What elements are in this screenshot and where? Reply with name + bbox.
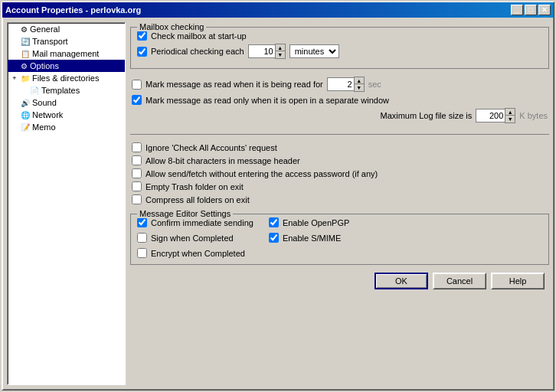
transport-icon: 🔄	[21, 38, 30, 46]
periodical-row: Periodical checking each ▲ ▼ minutes hou…	[137, 44, 542, 59]
sidebar-item-templates[interactable]: 📄 Templates	[8, 84, 125, 96]
dialog-buttons: OK Cancel Help	[130, 270, 549, 294]
ignore-check-checkbox[interactable]	[132, 142, 142, 152]
settings-tree: ⚙ General 🔄 Transport 📋 Mail management …	[7, 22, 126, 385]
sec-label: sec	[368, 80, 381, 89]
max-log-spin-down[interactable]: ▼	[505, 116, 515, 122]
sidebar-item-general[interactable]: ⚙ General	[8, 23, 125, 35]
sidebar-item-memo[interactable]: 📝 Memo	[8, 121, 125, 133]
periodical-unit-select[interactable]: minutes hours	[289, 44, 339, 58]
allow-send-checkbox[interactable]	[132, 168, 142, 178]
sign-completed-checkbox[interactable]	[137, 233, 147, 243]
message-editor-group: Message Editor Settings Confirm immediat…	[130, 214, 549, 265]
network-icon: 🌐	[21, 111, 30, 119]
misc-checkbox-4: Compress all folders on exit	[132, 194, 548, 204]
periodical-checkbox[interactable]	[137, 47, 147, 57]
enable-smime-checkbox[interactable]	[269, 233, 279, 243]
compress-folders-checkbox[interactable]	[132, 194, 142, 204]
sidebar-item-label: Options	[30, 61, 59, 70]
mark-separate-checkbox[interactable]	[132, 95, 142, 105]
enable-openpgp-row: Enable OpenPGP	[269, 217, 349, 227]
cancel-button[interactable]: Cancel	[433, 273, 486, 289]
templates-icon: 📄	[30, 87, 39, 95]
confirm-sending-checkbox[interactable]	[137, 217, 147, 227]
max-log-spin-up[interactable]: ▲	[505, 109, 515, 116]
mark-read-checkbox[interactable]	[132, 80, 142, 90]
message-editor-left-checks: Confirm immediate sending Sign when Comp…	[137, 217, 253, 258]
minimize-button[interactable]: _	[511, 5, 523, 15]
enable-smime-label: Enable S/MIME	[283, 234, 341, 243]
files-icon: 📁	[21, 74, 30, 83]
max-log-value-input[interactable]	[476, 109, 505, 122]
enable-openpgp-checkbox[interactable]	[269, 217, 279, 227]
enable-smime-row: Enable S/MIME	[269, 233, 349, 243]
mark-separate-label: Mark message as read only when it is ope…	[146, 96, 389, 105]
sidebar-item-label: Memo	[32, 122, 56, 132]
mailbox-group-label: Mailbox checking	[137, 22, 206, 31]
misc-checkbox-3: Empty Trash folder on exit	[132, 181, 548, 191]
max-log-label: Maximum Log file size is	[380, 111, 472, 120]
compress-folders-label: Compress all folders on exit	[146, 195, 250, 204]
close-button[interactable]: ✕	[538, 5, 551, 15]
help-button[interactable]: Help	[491, 273, 545, 289]
misc-checkbox-2: Allow send/fetch without entering the ac…	[132, 168, 548, 178]
misc-options-section: Ignore 'Check All Accounts' request Allo…	[130, 142, 549, 204]
divider	[130, 134, 549, 135]
memo-icon: 📝	[21, 123, 30, 132]
options-icon: ⚙	[21, 62, 28, 70]
allow-8bit-label: Allow 8-bit characters in message header	[146, 156, 300, 165]
sidebar-item-label: General	[30, 24, 60, 34]
empty-trash-checkbox[interactable]	[132, 181, 142, 191]
enable-openpgp-label: Enable OpenPGP	[283, 218, 349, 227]
window-controls: _ □ ✕	[511, 5, 551, 15]
sidebar-item-label: Transport	[32, 37, 68, 46]
encrypt-completed-row: Encrypt when Completed	[137, 248, 253, 258]
mark-read-spin-up[interactable]: ▲	[355, 77, 364, 84]
periodical-spin-down[interactable]: ▼	[276, 51, 285, 58]
periodical-spin-up[interactable]: ▲	[276, 44, 285, 51]
sign-completed-row: Sign when Completed	[137, 233, 253, 243]
check-startup-row: Check mailbox at start-up	[137, 31, 542, 41]
expand-icon: +	[11, 74, 18, 82]
window-title: Account Properties - perlovka.org	[5, 5, 141, 15]
message-editor-right-checks: Enable OpenPGP Enable S/MIME	[269, 217, 349, 258]
mark-read-spinner: ▲ ▼	[327, 77, 365, 92]
sidebar-item-transport[interactable]: 🔄 Transport	[8, 35, 125, 47]
mailbox-checking-group: Mailbox checking Check mailbox at start-…	[130, 27, 549, 69]
mark-separate-row: Mark message as read only when it is ope…	[132, 95, 548, 105]
title-bar: Account Properties - perlovka.org _ □ ✕	[2, 2, 554, 18]
allow-8bit-checkbox[interactable]	[132, 155, 142, 165]
sidebar-item-label: Mail management	[32, 49, 99, 58]
mark-read-row: Mark message as read when it is being re…	[132, 77, 548, 92]
max-log-spinner-buttons: ▲ ▼	[505, 108, 515, 123]
check-startup-label: Check mailbox at start-up	[151, 31, 247, 41]
general-icon: ⚙	[21, 25, 28, 34]
check-startup-checkbox[interactable]	[137, 31, 147, 41]
sidebar-item-label: Files & directories	[32, 74, 99, 83]
periodical-label: Periodical checking each	[151, 47, 244, 56]
max-log-spinner: ▲ ▼	[476, 108, 515, 123]
settings-panel: Mailbox checking Check mailbox at start-…	[130, 22, 549, 385]
sidebar-item-network[interactable]: 🌐 Network	[8, 109, 125, 121]
sidebar-item-label: Templates	[41, 86, 80, 95]
mail-icon: 📋	[21, 50, 30, 58]
sidebar-item-label: Sound	[32, 98, 57, 107]
mark-read-label: Mark message as read when it is being re…	[146, 80, 323, 89]
periodical-spinner: ▲ ▼	[248, 44, 286, 59]
ok-button[interactable]: OK	[374, 273, 428, 289]
confirm-sending-label: Confirm immediate sending	[151, 218, 253, 227]
sidebar-item-sound[interactable]: 🔊 Sound	[8, 96, 125, 109]
mark-read-spinner-buttons: ▲ ▼	[354, 77, 365, 92]
mark-read-value-input[interactable]	[327, 77, 354, 91]
message-editor-label: Message Editor Settings	[137, 209, 233, 218]
maximize-button[interactable]: □	[525, 5, 537, 15]
periodical-spinner-buttons: ▲ ▼	[275, 44, 286, 59]
sidebar-item-files[interactable]: + 📁 Files & directories	[8, 72, 125, 84]
periodical-value-input[interactable]	[248, 44, 275, 58]
encrypt-completed-checkbox[interactable]	[137, 248, 147, 258]
misc-checkbox-1: Allow 8-bit characters in message header	[132, 155, 548, 165]
confirm-sending-row: Confirm immediate sending	[137, 217, 253, 227]
sidebar-item-options[interactable]: ⚙ Options	[8, 60, 125, 72]
mark-read-spin-down[interactable]: ▼	[355, 84, 364, 91]
sidebar-item-mail-management[interactable]: 📋 Mail management	[8, 47, 125, 60]
